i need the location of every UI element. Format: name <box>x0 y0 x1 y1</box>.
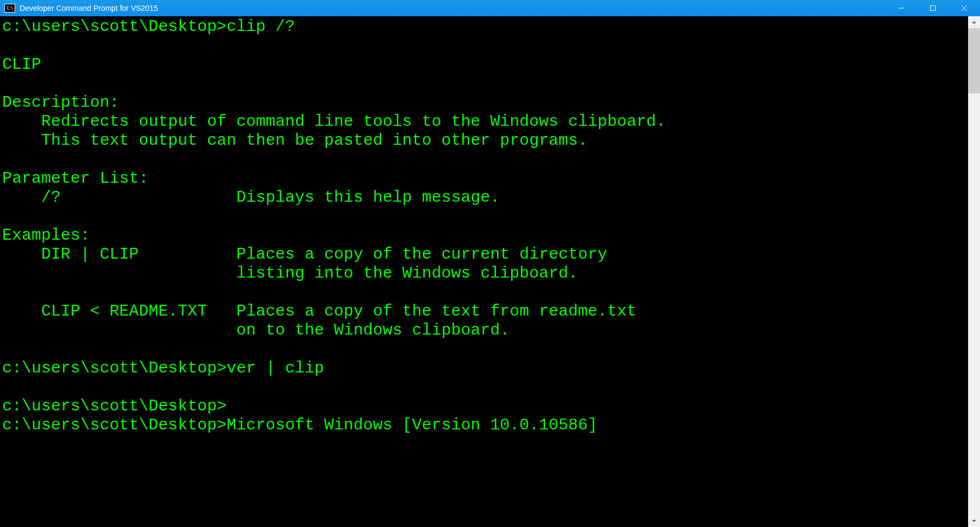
terminal-output[interactable]: c:\users\scott\Desktop>clip /? CLIP Desc… <box>0 16 968 527</box>
scroll-track[interactable] <box>968 28 980 515</box>
window-controls <box>886 0 980 16</box>
close-button[interactable] <box>949 0 980 16</box>
scroll-thumb[interactable] <box>968 28 980 93</box>
minimize-button[interactable] <box>886 0 917 16</box>
svg-rect-1 <box>931 6 936 11</box>
scroll-down-button[interactable] <box>968 515 980 527</box>
window-titlebar: C:\ Developer Command Prompt for VS2015 <box>0 0 980 16</box>
window-title: Developer Command Prompt for VS2015 <box>20 4 886 12</box>
scroll-up-button[interactable] <box>968 16 980 28</box>
maximize-button[interactable] <box>917 0 949 16</box>
scrollbar[interactable] <box>968 16 980 527</box>
cmd-icon: C:\ <box>4 4 15 12</box>
terminal-container: c:\users\scott\Desktop>clip /? CLIP Desc… <box>0 16 980 527</box>
